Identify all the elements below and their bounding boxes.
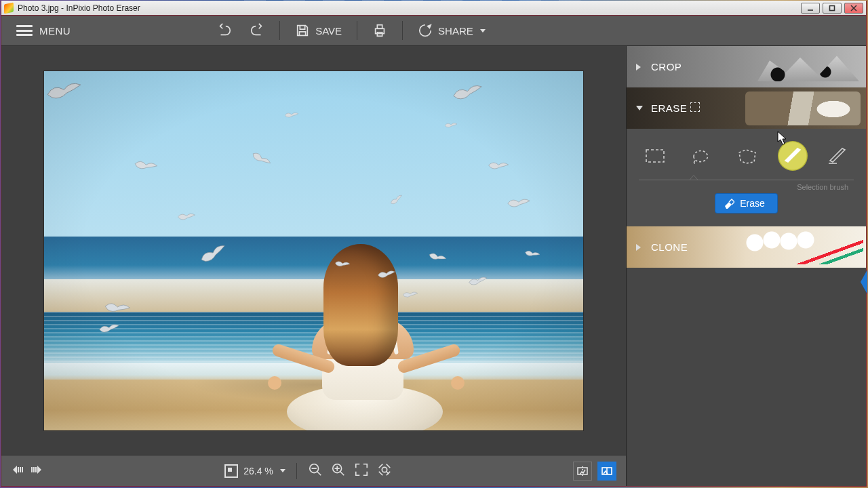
svg-rect-16 <box>578 468 587 474</box>
menu-label: MENU <box>39 25 71 37</box>
chevron-right-icon <box>636 244 641 251</box>
save-label: SAVE <box>315 25 342 37</box>
panel-clone-header[interactable]: CLONE <box>627 226 866 268</box>
eraser-icon <box>724 198 734 209</box>
tool-lasso-select[interactable] <box>685 144 717 168</box>
chevron-down-icon[interactable] <box>280 469 285 472</box>
share-icon <box>418 23 433 38</box>
share-label: SHARE <box>438 25 473 37</box>
selection-marquee-icon <box>690 102 700 112</box>
titlebar[interactable]: Photo 3.jpg - InPixio Photo Eraser <box>1 1 866 16</box>
zoom-level-icon <box>224 464 238 478</box>
window-minimize-button[interactable] <box>801 3 820 14</box>
app-window: Photo 3.jpg - InPixio Photo Eraser MENU <box>1 1 867 487</box>
panel-crop-label: CROP <box>651 61 682 73</box>
tool-eraser-brush[interactable] <box>821 144 854 168</box>
photo-canvas[interactable] <box>44 71 583 430</box>
hamburger-icon <box>16 25 33 36</box>
print-icon <box>372 23 387 38</box>
fit-screen-button[interactable] <box>354 462 369 480</box>
tools-panel: CROP ERASE <box>626 46 866 486</box>
svg-point-14 <box>382 467 387 472</box>
menu-button[interactable]: MENU <box>11 22 76 39</box>
undo-icon <box>217 23 232 38</box>
canvas-area: 26.4 % <box>1 46 626 486</box>
undo-button[interactable] <box>212 20 237 41</box>
panel-clone-label: CLONE <box>651 241 688 253</box>
svg-rect-1 <box>830 6 835 11</box>
window-close-button[interactable] <box>844 3 863 14</box>
tool-polygon-select[interactable] <box>732 144 764 168</box>
save-icon <box>295 23 310 38</box>
zoom-percent: 26.4 % <box>243 466 273 476</box>
canvas-viewport[interactable] <box>1 46 626 455</box>
active-tool-indicator <box>689 175 698 180</box>
panel-crop-header[interactable]: CROP <box>627 46 866 87</box>
chevron-down-icon <box>636 106 643 110</box>
tool-tooltip: Selection brush <box>797 183 848 191</box>
svg-line-8 <box>317 471 321 475</box>
erase-apply-label: Erase <box>740 198 765 209</box>
erase-apply-button[interactable]: Erase <box>715 194 777 213</box>
redo-icon <box>250 23 264 38</box>
prev-image-button[interactable] <box>11 464 24 478</box>
panel-erase-header[interactable]: ERASE <box>627 87 866 129</box>
redo-button[interactable] <box>244 20 270 41</box>
tool-rectangle-select[interactable] <box>639 144 671 168</box>
print-button[interactable] <box>367 20 393 41</box>
svg-rect-6 <box>377 33 382 37</box>
chevron-down-icon <box>480 29 486 33</box>
erase-tools-section: Selection brush Erase <box>627 129 866 226</box>
status-bar: 26.4 % <box>1 455 626 486</box>
actual-size-button[interactable] <box>377 462 392 480</box>
main-toolbar: MENU SAVE SHARE <box>1 16 866 46</box>
compare-split-button[interactable] <box>597 462 616 481</box>
zoom-out-button[interactable] <box>308 462 323 480</box>
panel-collapse-handle[interactable] <box>861 270 867 294</box>
window-maximize-button[interactable] <box>823 3 842 14</box>
share-button[interactable]: SHARE <box>412 20 491 41</box>
svg-rect-5 <box>377 25 382 29</box>
panel-erase-label: ERASE <box>651 102 687 114</box>
svg-line-11 <box>340 471 344 475</box>
window-title: Photo 3.jpg - InPixio Photo Eraser <box>18 3 140 13</box>
chevron-right-icon <box>636 64 641 70</box>
compare-original-button[interactable] <box>573 462 592 481</box>
zoom-in-button[interactable] <box>331 462 346 480</box>
next-image-button[interactable] <box>30 464 43 478</box>
svg-rect-19 <box>646 150 664 162</box>
app-icon <box>4 2 14 14</box>
cursor-icon <box>777 131 788 146</box>
save-button[interactable]: SAVE <box>290 20 347 41</box>
